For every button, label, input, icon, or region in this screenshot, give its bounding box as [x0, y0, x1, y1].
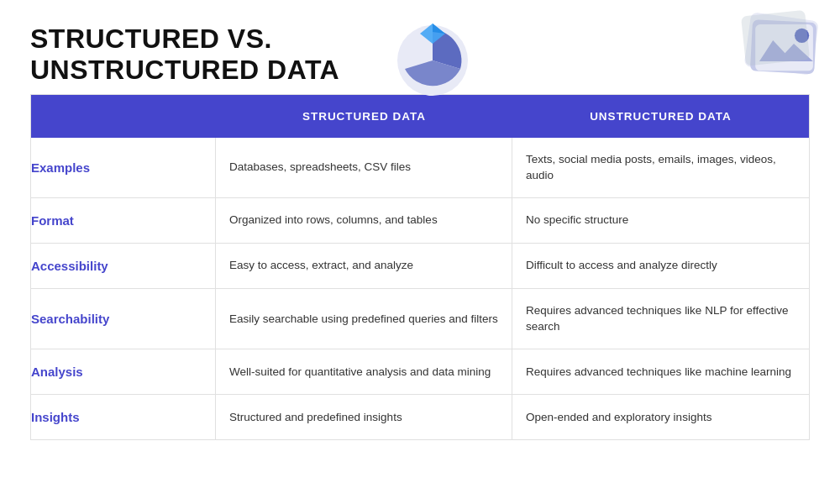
row-unstructured-0: Texts, social media posts, emails, image…	[512, 138, 809, 197]
table-header: STRUCTURED DATA UNSTRUCTURED DATA	[31, 95, 809, 138]
row-structured-0: Databases, spreadsheets, CSV files	[216, 138, 512, 197]
row-structured-4: Well-suited for quantitative analysis an…	[216, 349, 512, 394]
header-col-unstructured: UNSTRUCTURED DATA	[512, 95, 809, 138]
row-structured-1: Organized into rows, columns, and tables	[216, 198, 512, 243]
row-unstructured-2: Difficult to access and analyze directly	[512, 244, 809, 288]
table-body: Examples Databases, spreadsheets, CSV fi…	[31, 138, 809, 439]
table-row: Searchability Easily searchable using pr…	[31, 289, 809, 349]
row-label-1: Format	[31, 198, 216, 243]
table-row: Insights Structured and predefined insig…	[31, 395, 809, 439]
table-row: Accessibility Easy to access, extract, a…	[31, 244, 809, 289]
row-label-5: Insights	[31, 395, 216, 439]
row-label-4: Analysis	[31, 349, 216, 394]
page: pixelplex	[0, 0, 840, 504]
svg-rect-7	[741, 10, 810, 66]
row-structured-3: Easily searchable using predefined queri…	[216, 289, 512, 349]
header-col-structured: STRUCTURED DATA	[216, 95, 512, 138]
row-unstructured-3: Requires advanced techniques like NLP fo…	[512, 289, 809, 349]
table-row: Format Organized into rows, columns, and…	[31, 198, 809, 244]
row-label-3: Searchability	[31, 289, 216, 349]
table-row: Analysis Well-suited for quantitative an…	[31, 349, 809, 395]
row-label-0: Examples	[31, 138, 216, 197]
row-unstructured-1: No specific structure	[512, 198, 809, 243]
header-col-empty	[31, 95, 216, 138]
comparison-table: STRUCTURED DATA UNSTRUCTURED DATA Exampl…	[30, 94, 810, 440]
row-structured-2: Easy to access, extract, and analyze	[216, 244, 512, 288]
row-structured-5: Structured and predefined insights	[216, 395, 512, 439]
row-unstructured-4: Requires advanced techniques like machin…	[512, 349, 809, 394]
row-label-2: Accessibility	[31, 244, 216, 288]
right-decoration	[739, 7, 832, 95]
table-row: Examples Databases, spreadsheets, CSV fi…	[31, 138, 809, 198]
center-decoration	[386, 8, 479, 101]
row-unstructured-5: Open-ended and exploratory insights	[512, 395, 809, 439]
